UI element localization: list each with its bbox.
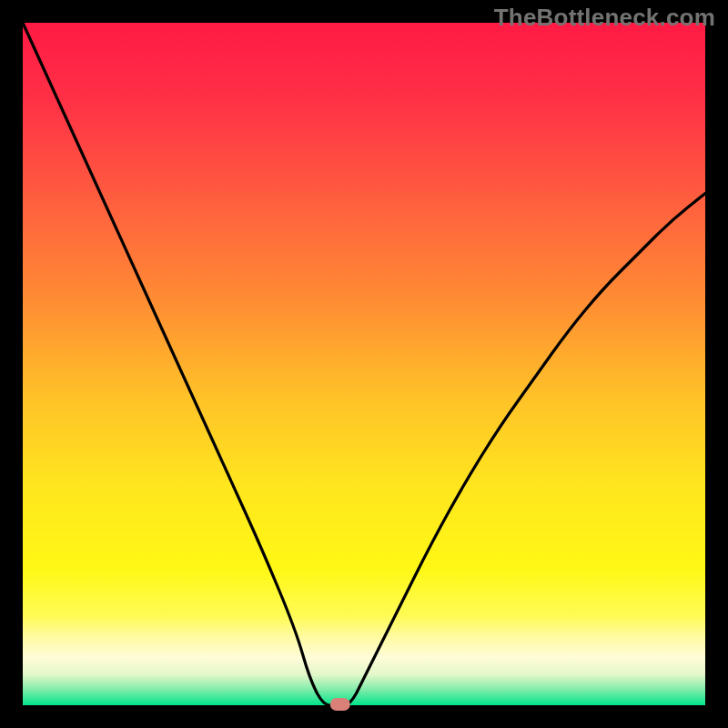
optimal-marker [330,698,350,711]
chart-frame: TheBottleneck.com [0,0,728,728]
plot-area [23,23,705,705]
watermark-text: TheBottleneck.com [494,4,715,32]
bottleneck-chart [0,0,728,728]
